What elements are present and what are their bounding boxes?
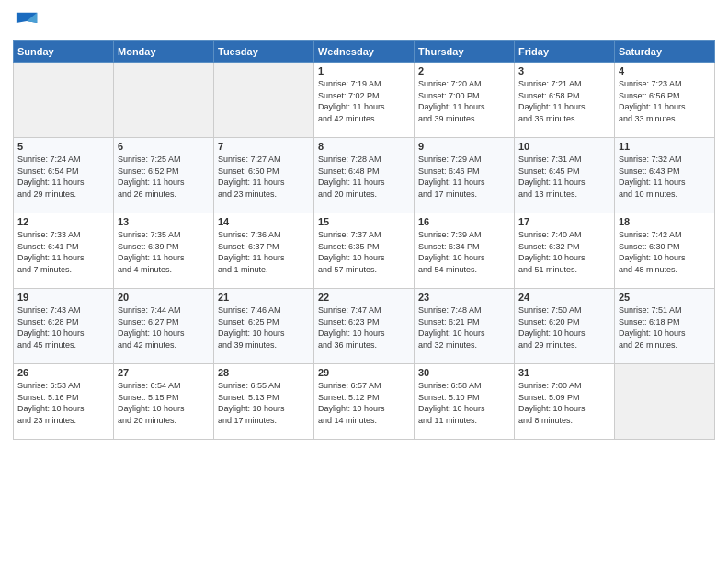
calendar-header-wednesday: Wednesday xyxy=(314,41,415,63)
page-container: SundayMondayTuesdayWednesdayThursdayFrid… xyxy=(0,0,728,563)
calendar-day-cell xyxy=(114,63,214,138)
calendar-day-cell: 22Sunrise: 7:47 AM Sunset: 6:23 PM Dayli… xyxy=(314,289,415,364)
day-info: Sunrise: 7:28 AM Sunset: 6:48 PM Dayligh… xyxy=(318,154,410,200)
calendar-day-cell: 1Sunrise: 7:19 AM Sunset: 7:02 PM Daylig… xyxy=(314,63,415,138)
day-info: Sunrise: 7:21 AM Sunset: 6:58 PM Dayligh… xyxy=(518,78,610,124)
day-number: 27 xyxy=(118,367,210,378)
day-info: Sunrise: 7:32 AM Sunset: 6:43 PM Dayligh… xyxy=(619,154,711,200)
day-info: Sunrise: 7:35 AM Sunset: 6:39 PM Dayligh… xyxy=(118,229,210,275)
day-number: 3 xyxy=(518,65,610,76)
calendar-day-cell: 14Sunrise: 7:36 AM Sunset: 6:37 PM Dayli… xyxy=(214,213,314,289)
day-number: 14 xyxy=(218,216,310,227)
calendar-day-cell: 7Sunrise: 7:27 AM Sunset: 6:50 PM Daylig… xyxy=(214,138,314,213)
day-number: 7 xyxy=(218,141,310,152)
day-number: 25 xyxy=(619,292,711,303)
day-info: Sunrise: 7:40 AM Sunset: 6:32 PM Dayligh… xyxy=(518,229,610,275)
calendar-day-cell: 28Sunrise: 6:55 AM Sunset: 5:13 PM Dayli… xyxy=(214,364,314,440)
day-number: 13 xyxy=(118,216,210,227)
day-info: Sunrise: 6:55 AM Sunset: 5:13 PM Dayligh… xyxy=(218,380,310,426)
day-number: 22 xyxy=(318,292,410,303)
calendar-header-saturday: Saturday xyxy=(615,41,715,63)
day-info: Sunrise: 7:47 AM Sunset: 6:23 PM Dayligh… xyxy=(318,304,410,350)
calendar-day-cell: 23Sunrise: 7:48 AM Sunset: 6:21 PM Dayli… xyxy=(415,289,515,364)
day-info: Sunrise: 7:43 AM Sunset: 6:28 PM Dayligh… xyxy=(17,304,109,350)
day-number: 19 xyxy=(17,292,109,303)
calendar-day-cell: 26Sunrise: 6:53 AM Sunset: 5:16 PM Dayli… xyxy=(14,364,114,440)
calendar-day-cell: 18Sunrise: 7:42 AM Sunset: 6:30 PM Dayli… xyxy=(615,213,715,289)
calendar-day-cell: 20Sunrise: 7:44 AM Sunset: 6:27 PM Dayli… xyxy=(114,289,214,364)
day-info: Sunrise: 7:19 AM Sunset: 7:02 PM Dayligh… xyxy=(318,78,410,124)
calendar-day-cell: 30Sunrise: 6:58 AM Sunset: 5:10 PM Dayli… xyxy=(415,364,515,440)
calendar-day-cell: 15Sunrise: 7:37 AM Sunset: 6:35 PM Dayli… xyxy=(314,213,415,289)
day-info: Sunrise: 7:00 AM Sunset: 5:09 PM Dayligh… xyxy=(518,380,610,426)
day-info: Sunrise: 7:37 AM Sunset: 6:35 PM Dayligh… xyxy=(318,229,410,275)
day-info: Sunrise: 7:46 AM Sunset: 6:25 PM Dayligh… xyxy=(218,304,310,350)
day-info: Sunrise: 7:31 AM Sunset: 6:45 PM Dayligh… xyxy=(518,154,610,200)
day-info: Sunrise: 6:54 AM Sunset: 5:15 PM Dayligh… xyxy=(118,380,210,426)
day-info: Sunrise: 7:39 AM Sunset: 6:34 PM Dayligh… xyxy=(418,229,510,275)
calendar-day-cell xyxy=(214,63,314,138)
calendar-day-cell: 13Sunrise: 7:35 AM Sunset: 6:39 PM Dayli… xyxy=(114,213,214,289)
calendar-week-row: 12Sunrise: 7:33 AM Sunset: 6:41 PM Dayli… xyxy=(14,213,715,289)
calendar-table: SundayMondayTuesdayWednesdayThursdayFrid… xyxy=(13,40,715,440)
day-info: Sunrise: 7:23 AM Sunset: 6:56 PM Dayligh… xyxy=(619,78,711,124)
day-number: 20 xyxy=(118,292,210,303)
calendar-day-cell: 24Sunrise: 7:50 AM Sunset: 6:20 PM Dayli… xyxy=(515,289,615,364)
calendar-day-cell: 31Sunrise: 7:00 AM Sunset: 5:09 PM Dayli… xyxy=(515,364,615,440)
day-info: Sunrise: 6:57 AM Sunset: 5:12 PM Dayligh… xyxy=(318,380,410,426)
calendar-day-cell: 27Sunrise: 6:54 AM Sunset: 5:15 PM Dayli… xyxy=(114,364,214,440)
day-info: Sunrise: 7:36 AM Sunset: 6:37 PM Dayligh… xyxy=(218,229,310,275)
logo xyxy=(13,9,40,35)
day-number: 6 xyxy=(118,141,210,152)
day-number: 1 xyxy=(318,65,410,76)
day-number: 17 xyxy=(518,216,610,227)
day-number: 5 xyxy=(17,141,109,152)
day-number: 26 xyxy=(17,367,109,378)
day-info: Sunrise: 7:51 AM Sunset: 6:18 PM Dayligh… xyxy=(619,304,711,350)
calendar-day-cell: 16Sunrise: 7:39 AM Sunset: 6:34 PM Dayli… xyxy=(415,213,515,289)
calendar-day-cell: 9Sunrise: 7:29 AM Sunset: 6:46 PM Daylig… xyxy=(415,138,515,213)
calendar-day-cell: 19Sunrise: 7:43 AM Sunset: 6:28 PM Dayli… xyxy=(14,289,114,364)
calendar-header-thursday: Thursday xyxy=(415,41,515,63)
calendar-week-row: 26Sunrise: 6:53 AM Sunset: 5:16 PM Dayli… xyxy=(14,364,715,440)
day-number: 11 xyxy=(619,141,711,152)
calendar-header-row: SundayMondayTuesdayWednesdayThursdayFrid… xyxy=(14,41,715,63)
calendar-day-cell: 17Sunrise: 7:40 AM Sunset: 6:32 PM Dayli… xyxy=(515,213,615,289)
day-number: 28 xyxy=(218,367,310,378)
day-number: 18 xyxy=(619,216,711,227)
calendar-day-cell: 2Sunrise: 7:20 AM Sunset: 7:00 PM Daylig… xyxy=(415,63,515,138)
day-info: Sunrise: 7:44 AM Sunset: 6:27 PM Dayligh… xyxy=(118,304,210,350)
calendar-day-cell: 10Sunrise: 7:31 AM Sunset: 6:45 PM Dayli… xyxy=(515,138,615,213)
calendar-day-cell: 25Sunrise: 7:51 AM Sunset: 6:18 PM Dayli… xyxy=(615,289,715,364)
calendar-day-cell: 21Sunrise: 7:46 AM Sunset: 6:25 PM Dayli… xyxy=(214,289,314,364)
day-number: 16 xyxy=(418,216,510,227)
day-info: Sunrise: 6:53 AM Sunset: 5:16 PM Dayligh… xyxy=(17,380,109,426)
calendar-day-cell: 5Sunrise: 7:24 AM Sunset: 6:54 PM Daylig… xyxy=(14,138,114,213)
header xyxy=(13,9,715,35)
logo-flag-icon xyxy=(15,9,40,35)
day-info: Sunrise: 7:27 AM Sunset: 6:50 PM Dayligh… xyxy=(218,154,310,200)
day-number: 23 xyxy=(418,292,510,303)
calendar-day-cell: 29Sunrise: 6:57 AM Sunset: 5:12 PM Dayli… xyxy=(314,364,415,440)
day-number: 2 xyxy=(418,65,510,76)
day-info: Sunrise: 7:42 AM Sunset: 6:30 PM Dayligh… xyxy=(619,229,711,275)
calendar-header-monday: Monday xyxy=(114,41,214,63)
day-info: Sunrise: 7:50 AM Sunset: 6:20 PM Dayligh… xyxy=(518,304,610,350)
calendar-day-cell: 12Sunrise: 7:33 AM Sunset: 6:41 PM Dayli… xyxy=(14,213,114,289)
day-info: Sunrise: 7:20 AM Sunset: 7:00 PM Dayligh… xyxy=(418,78,510,124)
calendar-day-cell: 8Sunrise: 7:28 AM Sunset: 6:48 PM Daylig… xyxy=(314,138,415,213)
day-info: Sunrise: 7:29 AM Sunset: 6:46 PM Dayligh… xyxy=(418,154,510,200)
calendar-week-row: 1Sunrise: 7:19 AM Sunset: 7:02 PM Daylig… xyxy=(14,63,715,138)
day-number: 9 xyxy=(418,141,510,152)
calendar-header-friday: Friday xyxy=(515,41,615,63)
calendar-day-cell: 3Sunrise: 7:21 AM Sunset: 6:58 PM Daylig… xyxy=(515,63,615,138)
day-number: 31 xyxy=(518,367,610,378)
day-number: 21 xyxy=(218,292,310,303)
day-number: 4 xyxy=(619,65,711,76)
calendar-week-row: 5Sunrise: 7:24 AM Sunset: 6:54 PM Daylig… xyxy=(14,138,715,213)
calendar-day-cell: 6Sunrise: 7:25 AM Sunset: 6:52 PM Daylig… xyxy=(114,138,214,213)
calendar-week-row: 19Sunrise: 7:43 AM Sunset: 6:28 PM Dayli… xyxy=(14,289,715,364)
calendar-day-cell xyxy=(615,364,715,440)
day-number: 30 xyxy=(418,367,510,378)
calendar-header-sunday: Sunday xyxy=(14,41,114,63)
